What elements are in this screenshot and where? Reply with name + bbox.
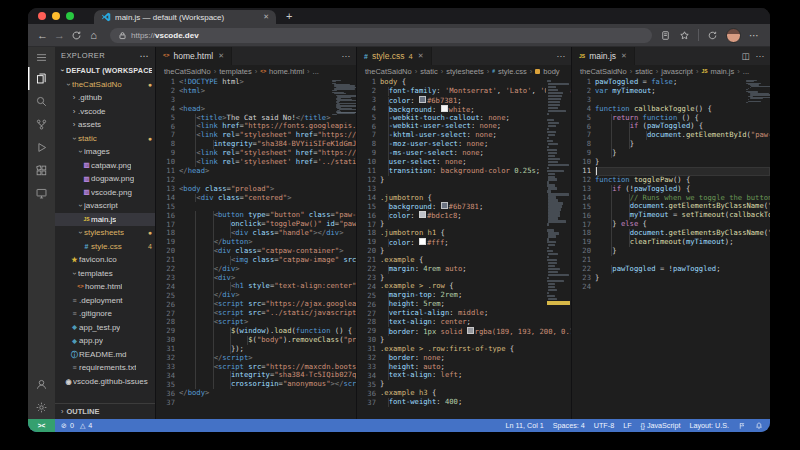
tree-item-vscode[interactable]: ›.vscode <box>55 105 155 119</box>
close-window-button[interactable] <box>38 12 46 20</box>
editor-tab-bar: <>home.html✕⋯ <box>156 47 356 65</box>
close-icon[interactable]: ✕ <box>621 52 627 60</box>
breadcrumb-item[interactable]: theCatSaidNo <box>580 67 627 76</box>
explorer-more-actions-icon[interactable]: ⋯ <box>140 51 149 61</box>
code-lines[interactable]: body { font-family: 'Montserrat', 'Lato'… <box>380 78 571 419</box>
tree-item-app-test-py[interactable]: ◆app_test.py <box>55 321 155 335</box>
minimize-window-button[interactable] <box>52 12 60 20</box>
source-control-icon[interactable] <box>28 113 55 136</box>
breadcrumb-item[interactable]: theCatSaidNo <box>365 67 412 76</box>
braces-icon: {} <box>641 422 645 429</box>
tree-item-main-js[interactable]: JSmain.js <box>55 213 155 227</box>
tree-item-static[interactable]: ›static● <box>55 132 155 146</box>
breadcrumb-item[interactable]: static <box>420 67 438 76</box>
tree-item-style-css[interactable]: #style.css4 <box>55 240 155 254</box>
tree-item-favicon-ico[interactable]: ★favicon.ico <box>55 253 155 267</box>
explorer-icon[interactable] <box>28 67 55 90</box>
editor-groups: <>home.html✕⋯theCatSaidNo›templates›<>ho… <box>155 47 770 419</box>
feedback-icon[interactable] <box>738 422 746 430</box>
code-line: </body> <box>179 389 356 398</box>
close-tab-icon[interactable]: ✕ <box>263 13 269 21</box>
browser-sync-icon[interactable] <box>707 30 718 41</box>
tree-item-github[interactable]: ›.github <box>55 91 155 105</box>
tree-item-default-workspace[interactable]: ›DEFAULT (WORKSPACE) <box>55 64 155 78</box>
forward-button[interactable]: → <box>51 30 68 41</box>
tree-item-deployment[interactable]: ≡.deployment <box>55 294 155 308</box>
address-bar[interactable]: https://vscode.dev <box>110 28 652 43</box>
tree-item-home-html[interactable]: <>home.html <box>55 280 155 294</box>
bell-icon[interactable] <box>755 422 763 430</box>
tree-item-images[interactable]: ›images <box>55 145 155 159</box>
split-editor-icon[interactable]: ◫ <box>741 51 749 61</box>
tree-item-templates[interactable]: ›templates <box>55 267 155 281</box>
tree-item-stylesheets[interactable]: ›stylesheets● <box>55 226 155 240</box>
status-item-ln-11-col-1[interactable]: Ln 11, Col 1 <box>506 421 544 430</box>
profile-avatar[interactable] <box>726 28 741 43</box>
status-item-lf[interactable]: LF <box>623 421 631 430</box>
close-icon[interactable]: ✕ <box>218 52 224 60</box>
remote-indicator[interactable]: >< <box>28 419 55 432</box>
breadcrumb-item[interactable]: main.js <box>711 67 735 76</box>
new-tab-button[interactable]: + <box>286 10 292 22</box>
minimap[interactable] <box>745 80 769 104</box>
refresh-button[interactable] <box>68 30 85 41</box>
breadcrumb-item[interactable]: javascript <box>661 67 693 76</box>
menu-icon[interactable] <box>28 47 55 67</box>
tree-item-readme-md[interactable]: ⓘREADME.md <box>55 348 155 362</box>
close-icon[interactable]: ✕ <box>418 52 424 60</box>
tree-item-assets[interactable]: ›assets <box>55 118 155 132</box>
remote-explorer-icon[interactable] <box>28 182 55 205</box>
css-icon: # <box>492 69 495 74</box>
collections-icon[interactable] <box>660 30 671 41</box>
tree-item-gitignore[interactable]: ≡.gitignore <box>55 307 155 321</box>
breadcrumb-item[interactable]: ... <box>313 67 319 76</box>
tab-main-js[interactable]: JSmain.js✕ <box>572 47 635 65</box>
tab-home-html[interactable]: <>home.html✕ <box>156 47 232 65</box>
breadcrumb-item[interactable]: home.html <box>269 67 304 76</box>
breadcrumb-item[interactable]: theCatSaidNo <box>164 67 211 76</box>
code-line: text-align: center; <box>380 318 571 327</box>
minimap[interactable] <box>546 80 570 305</box>
breadcrumb-item[interactable]: body <box>543 67 559 76</box>
settings-icon[interactable] <box>28 396 55 419</box>
home-button[interactable]: ⌂ <box>85 30 102 41</box>
problems-indicator[interactable]: ⊘ 0 △ 4 <box>55 421 98 430</box>
tree-item-dogpaw-png[interactable]: ▨dogpaw.png <box>55 172 155 186</box>
status-item-javascript[interactable]: {}JavaScript <box>641 421 681 430</box>
tree-item-vscode-github-issues[interactable]: ◉vscode.github-issues <box>55 375 155 389</box>
status-item-spaces-4[interactable]: Spaces: 4 <box>553 421 585 430</box>
status-item-layout-u-s[interactable]: Layout: U.S. <box>689 421 729 430</box>
code-lines[interactable]: <!DOCTYPE html><html><head> <title>The C… <box>179 78 356 419</box>
search-icon[interactable] <box>28 90 55 113</box>
browser-menu-icon[interactable]: ⋯ <box>749 30 760 41</box>
tree-item-catpaw-png[interactable]: ▨catpaw.png <box>55 159 155 173</box>
breadcrumb-item[interactable]: style.css <box>498 67 527 76</box>
more-actions-icon[interactable]: ⋯ <box>342 51 351 61</box>
breadcrumb-item[interactable]: ... <box>743 67 749 76</box>
more-actions-icon[interactable]: ⋯ <box>756 51 765 61</box>
code-line: -moz-user-select: none; <box>380 140 571 149</box>
tree-item-javascript[interactable]: ›javascript <box>55 199 155 213</box>
run-debug-icon[interactable] <box>28 136 55 159</box>
code-lines[interactable]: pawToggled = false;var myTimeout;functio… <box>595 78 770 419</box>
extensions-icon[interactable] <box>28 159 55 182</box>
outline-section[interactable]: › OUTLINE <box>55 403 155 419</box>
status-item-utf-8[interactable]: UTF-8 <box>594 421 614 430</box>
zoom-window-button[interactable] <box>66 12 74 20</box>
more-actions-icon[interactable]: ⋯ <box>557 51 566 61</box>
favorites-icon[interactable] <box>679 30 690 41</box>
breadcrumb-item[interactable]: static <box>635 67 653 76</box>
minimap[interactable] <box>331 80 355 116</box>
back-button[interactable]: ← <box>34 30 51 41</box>
tab-style-css[interactable]: #style.css4✕ <box>357 47 432 65</box>
toolbar-actions: ⋯ <box>660 28 764 43</box>
breadcrumb-item[interactable]: templates <box>219 67 252 76</box>
browser-tab[interactable]: main.js — default (Workspace) ✕ <box>94 10 276 24</box>
tree-item-requirements-txt[interactable]: ≡requirements.txt <box>55 361 155 375</box>
tree-item-app-py[interactable]: ◆app.py <box>55 334 155 348</box>
tree-item-vscode-png[interactable]: ▨vscode.png <box>55 186 155 200</box>
account-icon[interactable] <box>28 373 55 396</box>
tree-item-thecatsaidno[interactable]: ›theCatSaidNo● <box>55 78 155 92</box>
breadcrumb-item[interactable]: stylesheets <box>446 67 484 76</box>
code-line <box>595 256 770 265</box>
